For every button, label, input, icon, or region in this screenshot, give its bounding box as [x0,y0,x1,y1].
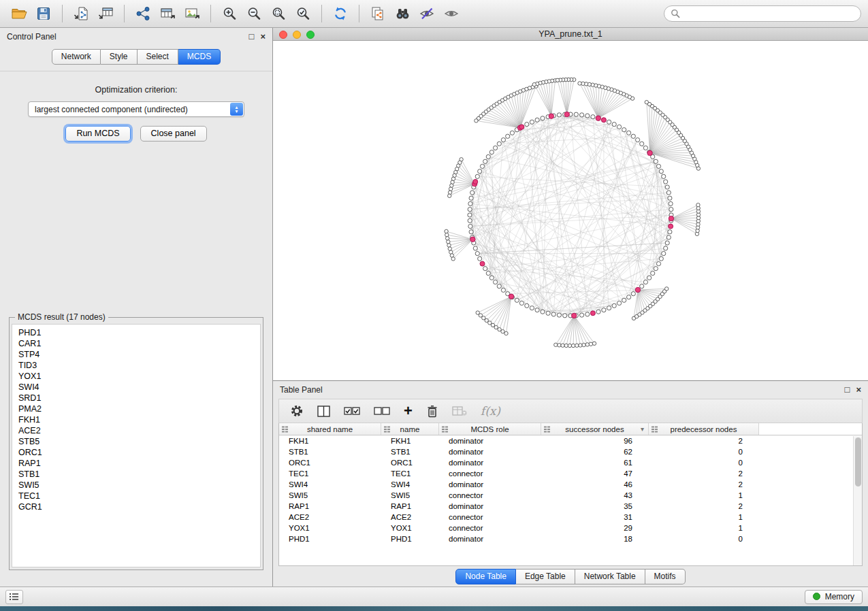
mcds-result-item[interactable]: ORC1 [18,447,260,458]
zoom-fit-button[interactable] [266,3,291,24]
cell-successor-nodes[interactable]: 31 [541,513,649,521]
cell-predecessor-nodes[interactable]: 1 [649,491,759,499]
cell-mcds-role[interactable]: connector [439,469,541,478]
table-row[interactable]: FKH1FKH1dominator962 [279,435,862,446]
show-columns-button[interactable] [317,406,330,417]
cell-predecessor-nodes[interactable]: 0 [649,448,759,456]
table-settings-button[interactable] [290,404,304,418]
column-header-name[interactable]: name [381,423,439,435]
table-vertical-scrollbar[interactable] [853,436,862,565]
cell-mcds-role[interactable]: connector [439,491,541,499]
table-row[interactable]: ORC1ORC1dominator610 [279,457,862,468]
cell-mcds-role[interactable]: connector [439,513,541,521]
mcds-result-list[interactable]: PHD1CAR1STP4TID3YOX1SWI4SRD1PMA2FKH1ACE2… [12,324,261,567]
mcds-result-item[interactable]: RAP1 [18,458,260,469]
column-header-shared-name[interactable]: shared name [279,423,381,435]
mcds-result-item[interactable]: YOX1 [18,371,260,382]
cell-shared-name[interactable]: RAP1 [279,502,381,510]
import-network-from-file-button[interactable] [69,3,93,24]
cell-name[interactable]: TEC1 [381,469,439,478]
mcds-result-item[interactable]: STB5 [18,436,260,447]
column-header-successor-nodes[interactable]: successor nodes▾ [541,423,649,435]
cell-name[interactable]: SWI5 [381,491,439,499]
cell-shared-name[interactable]: YOX1 [279,524,381,532]
search-box[interactable] [664,5,861,22]
close-panel-icon[interactable]: × [856,385,861,394]
mcds-result-item[interactable]: TEC1 [18,491,260,501]
tab-style[interactable]: Style [101,49,138,65]
show-all-button[interactable] [439,3,464,24]
tab-node-table[interactable]: Node Table [455,569,516,584]
cell-mcds-role[interactable]: dominator [439,459,541,467]
clone-network-button[interactable] [366,3,390,24]
mcds-result-item[interactable]: PHD1 [18,327,260,338]
cell-name[interactable]: FKH1 [381,437,439,445]
cell-successor-nodes[interactable]: 43 [541,491,649,499]
cell-name[interactable]: RAP1 [381,502,439,510]
cell-mcds-role[interactable]: dominator [439,535,541,543]
tab-select[interactable]: Select [138,49,178,65]
import-table-from-file-button[interactable] [93,3,118,24]
cell-name[interactable]: ACE2 [381,513,439,521]
cell-successor-nodes[interactable]: 29 [541,524,649,532]
zoom-selected-button[interactable] [291,3,315,24]
cell-predecessor-nodes[interactable]: 2 [649,480,759,489]
mcds-result-item[interactable]: SWI4 [18,382,260,393]
optimization-criterion-select[interactable]: largest connected component (undirected)… [28,101,244,117]
cell-name[interactable]: PHD1 [381,535,439,543]
mcds-result-item[interactable]: SRD1 [18,393,260,403]
table-row[interactable]: TEC1TEC1connector472 [279,468,862,479]
cell-predecessor-nodes[interactable]: 2 [649,502,759,510]
cell-predecessor-nodes[interactable]: 1 [649,524,759,532]
cell-mcds-role[interactable]: dominator [439,448,541,456]
mcds-result-item[interactable]: TID3 [18,360,260,371]
cell-shared-name[interactable]: FKH1 [279,437,381,445]
export-network-button[interactable] [131,3,155,24]
mcds-result-item[interactable]: STP4 [18,349,260,360]
cell-name[interactable]: YOX1 [381,524,439,532]
float-panel-icon[interactable]: □ [249,32,255,41]
cell-successor-nodes[interactable]: 35 [541,502,649,510]
mcds-result-item[interactable]: GCR1 [18,501,260,512]
open-session-button[interactable] [7,3,31,24]
cell-predecessor-nodes[interactable]: 1 [649,513,759,521]
close-panel-icon[interactable]: × [260,32,266,41]
cell-successor-nodes[interactable]: 62 [541,448,649,456]
cell-successor-nodes[interactable]: 47 [541,469,649,478]
run-mcds-button[interactable]: Run MCDS [65,126,130,142]
network-window-titlebar[interactable]: YPA_prune.txt_1 [273,28,868,41]
close-panel-button[interactable]: Close panel [140,126,207,142]
cell-shared-name[interactable]: PHD1 [279,535,381,543]
maximize-window-icon[interactable] [306,31,315,39]
tab-network-table[interactable]: Network Table [575,569,645,584]
memory-button[interactable]: Memory [805,590,863,604]
cell-mcds-role[interactable]: connector [439,524,541,532]
table-row[interactable]: YOX1YOX1connector291 [279,523,862,533]
minimize-window-icon[interactable] [293,31,301,39]
search-input[interactable] [684,9,854,18]
cell-shared-name[interactable]: SWI4 [279,480,381,489]
table-row[interactable]: ACE2ACE2connector311 [279,512,862,523]
tab-edge-table[interactable]: Edge Table [516,569,575,584]
refresh-view-button[interactable] [328,3,353,24]
cell-mcds-role[interactable]: dominator [439,480,541,489]
cell-mcds-role[interactable]: dominator [439,502,541,510]
cell-shared-name[interactable]: ACE2 [279,513,381,521]
cell-successor-nodes[interactable]: 18 [541,535,649,543]
network-canvas[interactable] [273,41,868,380]
first-neighbors-button[interactable] [390,3,415,24]
cell-shared-name[interactable]: TEC1 [279,469,381,478]
cell-name[interactable]: ORC1 [381,459,439,467]
cell-predecessor-nodes[interactable]: 2 [649,437,759,445]
table-row[interactable]: PHD1PHD1dominator180 [279,533,862,544]
column-header-MCDS-role[interactable]: MCDS role [439,423,541,435]
mcds-result-item[interactable]: STB1 [18,469,260,480]
scrollbar-thumb[interactable] [855,437,861,486]
save-session-button[interactable] [31,3,56,24]
column-header-predecessor-nodes[interactable]: predecessor nodes [649,423,759,435]
mcds-result-item[interactable]: ACE2 [18,425,260,436]
tab-motifs[interactable]: Motifs [645,569,686,584]
cell-shared-name[interactable]: SWI5 [279,491,381,499]
table-row[interactable]: SWI4SWI4dominator462 [279,479,862,490]
cell-shared-name[interactable]: ORC1 [279,459,381,467]
